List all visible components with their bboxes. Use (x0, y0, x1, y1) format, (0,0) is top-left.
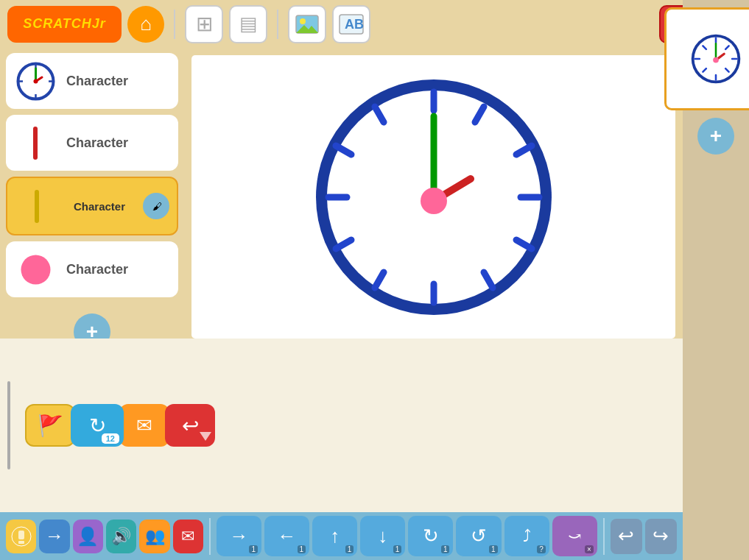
turn-right-button[interactable]: ↻ 1 (408, 516, 453, 556)
text-button[interactable]: AB (332, 5, 370, 43)
character-name-1: Character (66, 74, 128, 89)
svg-point-47 (713, 57, 719, 63)
crowd-event-button[interactable]: 👥 (139, 520, 169, 553)
add-scene-button[interactable]: + (697, 118, 734, 155)
svg-rect-49 (18, 531, 24, 539)
script-blocks: 🚩 ↻ 12 ✉ ↩ (25, 404, 215, 447)
character-name-4: Character (66, 262, 128, 277)
turn-left-button[interactable]: ↺ 1 (456, 516, 501, 556)
scene-icon (295, 15, 319, 34)
separator (277, 10, 278, 39)
scene-button[interactable] (288, 5, 326, 43)
svg-point-34 (421, 188, 447, 214)
repeat-block[interactable]: ↻ 12 (71, 404, 124, 447)
move-down-num: 1 (393, 545, 402, 553)
character-name-3: Character (68, 198, 131, 215)
go-back-arrow (200, 430, 211, 444)
character-item-3[interactable]: Character 🖌 (6, 177, 178, 235)
logo-text: SCRATCH (23, 16, 92, 32)
repeat-count: 12 (102, 433, 119, 444)
turn-left-num: 1 (489, 545, 498, 553)
redo-button[interactable]: ↪ (645, 519, 677, 554)
bottom-toolbar: → 👤 🔊 👥 ✉ → 1 ← 1 ↑ 1 ↓ 1 ↻ 1 ↺ 1 ⤴ ? ⤻ … (0, 512, 683, 560)
go-back-block[interactable]: ↩ (165, 404, 215, 447)
trigger-button[interactable] (6, 520, 36, 553)
character-item-4[interactable]: Character (6, 241, 178, 297)
svg-rect-50 (18, 541, 24, 544)
move-up-num: 1 (345, 545, 354, 553)
thumbnail-clock (686, 29, 745, 88)
scene-thumbnail[interactable] (664, 7, 749, 110)
message-event-button[interactable]: ✉ (173, 520, 203, 553)
right-panel: 1 + (683, 0, 749, 560)
add-scene-label: + (710, 124, 722, 148)
hop-num: ? (537, 545, 546, 553)
paint-button[interactable]: 🖌 (143, 193, 169, 219)
move-down-button[interactable]: ↓ 1 (360, 516, 405, 556)
character-item-2[interactable]: Character (6, 115, 178, 171)
go-back-icon: ↩ (182, 414, 199, 438)
character-icon-1 (13, 59, 57, 103)
top-toolbar: SCRATCHJr ⊞ ▤ AB ✕ 🚩 (0, 0, 749, 48)
move-left-num: 1 (298, 545, 306, 553)
move-right-num: 1 (249, 545, 258, 553)
svg-text:AB: AB (345, 17, 364, 32)
turn-right-num: 1 (441, 545, 450, 553)
logo-suffix: Jr (92, 16, 106, 32)
move-left-button[interactable]: ← 1 (264, 516, 309, 556)
move-right-button[interactable]: → 1 (217, 516, 261, 556)
script-separator (7, 381, 10, 469)
character-icon-4 (13, 247, 57, 291)
character-item-1[interactable]: Character (6, 53, 178, 109)
character-icon-3 (15, 184, 59, 228)
svg-marker-51 (200, 432, 211, 441)
home-button[interactable] (127, 6, 164, 43)
character-icon-2 (13, 121, 57, 165)
go-home-num: × (585, 545, 594, 553)
flag-block[interactable]: 🚩 (25, 404, 75, 447)
trigger-icon (10, 525, 32, 547)
clock-svg (294, 65, 574, 330)
sound-event-button[interactable]: 🔊 (106, 520, 136, 553)
character-event-button[interactable]: 👤 (73, 520, 103, 553)
clock-container (191, 55, 675, 339)
toolbar-divider (209, 518, 211, 555)
layout-button[interactable]: ⊞ (185, 5, 223, 43)
svg-text:🖌: 🖌 (152, 201, 162, 212)
arrow-event-button[interactable]: → (39, 520, 69, 553)
app-logo: SCRATCHJr (7, 6, 122, 43)
character-name-2: Character (66, 135, 128, 151)
undo-button[interactable]: ↩ (611, 519, 642, 554)
svg-point-12 (33, 79, 38, 83)
separator (174, 10, 175, 39)
move-up-button[interactable]: ↑ 1 (312, 516, 357, 556)
toolbar-divider-2 (603, 518, 605, 555)
svg-rect-13 (33, 127, 38, 160)
paintbrush-icon: 🖌 (149, 199, 163, 213)
stage-button[interactable]: ▤ (229, 5, 267, 43)
script-area: 🚩 ↻ 12 ✉ ↩ (0, 339, 683, 512)
go-home-button[interactable]: ⤻ × (552, 516, 597, 556)
svg-rect-14 (35, 190, 39, 223)
text-icon: AB (339, 14, 364, 35)
svg-point-17 (21, 255, 50, 284)
hop-button[interactable]: ⤴ ? (504, 516, 549, 556)
stage-canvas (191, 55, 675, 339)
svg-point-1 (300, 18, 306, 24)
send-message-block[interactable]: ✉ (119, 404, 169, 447)
